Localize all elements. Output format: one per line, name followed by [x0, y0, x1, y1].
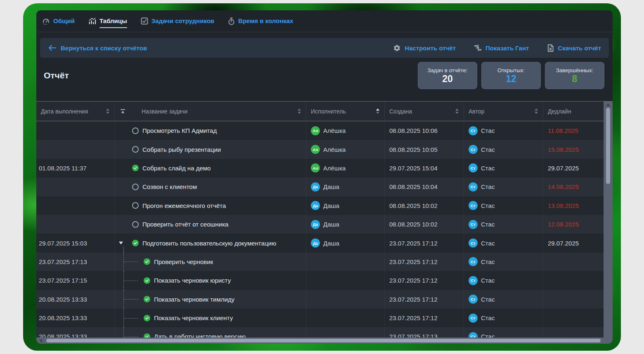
- task-title: Созвон с клиентом: [142, 183, 197, 190]
- person-name: Алёшка: [323, 127, 346, 134]
- table-row[interactable]: 20.08.2025 13:33Показать черновик клиент…: [36, 309, 613, 327]
- cell-completed-date: 20.08.2025 13:33: [36, 309, 115, 327]
- cell-deadline: [543, 253, 604, 271]
- cell-deadline: [543, 309, 604, 327]
- scroll-left-arrow-icon[interactable]: [40, 339, 42, 343]
- column-label: Создана: [389, 108, 412, 115]
- sort-arrows-icon: [535, 109, 538, 114]
- column-label: Исполнитель: [311, 108, 346, 115]
- table-row[interactable]: 20.08.2025 13:33Показать черновик тимлид…: [36, 290, 613, 309]
- avatar: Ст: [469, 314, 478, 323]
- page-title: Отчёт: [44, 71, 69, 80]
- person-name: Стас: [481, 127, 495, 134]
- report-header: Отчёт Задач в отчёте: 20 Открытых: 12 За…: [40, 62, 609, 89]
- vertical-scrollbar-thumb[interactable]: [606, 108, 610, 184]
- download-report-button[interactable]: Скачать отчёт: [547, 44, 601, 52]
- column-header-date[interactable]: Дата выполнения: [36, 101, 115, 121]
- cell-task: Собрать слайд на демо: [115, 159, 306, 177]
- table-row[interactable]: Проверить отчёт от сеошникаДаДаша08.08.2…: [36, 215, 613, 234]
- cell-completed-date: 23.07.2025 17:15: [36, 271, 115, 290]
- person-name: Стас: [481, 258, 495, 265]
- cell-completed-date: 20.08.2025 13:33: [36, 290, 115, 309]
- table-row[interactable]: 01.08.2025 11:37Собрать слайд на демоАлА…: [36, 159, 613, 177]
- task-title: Проверить отчёт от сеошника: [142, 221, 228, 228]
- table-row[interactable]: Созвон с клиентомДаДаша08.08.2025 10:04С…: [36, 177, 613, 196]
- table-row[interactable]: 23.07.2025 17:13Проверить черновик23.07.…: [36, 253, 613, 271]
- table-header: Дата выполнения Название задачи Исполнит…: [36, 101, 613, 121]
- cell-assignee: ДаДаша: [306, 196, 385, 215]
- task-title: Собрать рыбу презентации: [142, 146, 221, 153]
- tab-zadachi-sotrudnikov[interactable]: Задачи сотрудников: [141, 17, 214, 25]
- back-to-reports-link[interactable]: Вернуться к списку отчётов: [48, 45, 147, 52]
- sort-arrows-icon: [106, 109, 109, 114]
- cell-author: СтСтас: [464, 159, 543, 177]
- cell-completed-date: 29.07.2025 15:03: [36, 234, 115, 252]
- avatar: Да: [311, 182, 320, 191]
- cell-created: 23.07.2025 17:12: [385, 309, 464, 327]
- cell-deadline: 29.07.2025: [543, 159, 604, 177]
- table-row[interactable]: Прогон ежемесячного отчётаДаДаша08.08.20…: [36, 196, 613, 215]
- collapse-row-icon[interactable]: [119, 242, 123, 245]
- cell-author: СтСтас: [464, 215, 543, 234]
- avatar: Ал: [311, 145, 320, 154]
- tree-connector: [124, 318, 138, 319]
- cell-task: Показать черновик тимлиду: [115, 290, 306, 309]
- task-status-done-icon: [144, 258, 150, 265]
- person-name: Даша: [323, 221, 339, 228]
- task-title: Подготовить пользовательскую документаци…: [142, 240, 276, 247]
- app-window: Общий Таблицы Задачи сотрудников Время в…: [36, 10, 613, 344]
- avatar: Ст: [469, 201, 478, 210]
- cell-task: Проверить отчёт от сеошника: [115, 215, 306, 234]
- task-status-done-icon: [132, 165, 139, 171]
- column-header-author[interactable]: Автор: [464, 101, 543, 121]
- cell-deadline: 15.08.2025: [543, 140, 604, 158]
- column-header-deadline[interactable]: Дедлайн: [543, 101, 604, 121]
- horizontal-scrollbar-thumb[interactable]: [46, 339, 601, 342]
- avatar: Ст: [469, 163, 478, 172]
- stat-label: Задач в отчёте:: [427, 67, 468, 73]
- show-gantt-label: Показать Гант: [485, 45, 529, 52]
- tab-obshchiy[interactable]: Общий: [42, 17, 75, 25]
- stat-value-0: 20: [442, 74, 453, 84]
- tab-tablitsy[interactable]: Таблицы: [88, 17, 127, 25]
- horizontal-scrollbar[interactable]: [36, 337, 613, 344]
- person-name: Стас: [481, 314, 495, 321]
- table-row[interactable]: Собрать рыбу презентацииАлАлёшка08.08.20…: [36, 140, 613, 158]
- table-row[interactable]: Просмотреть КП АдмитадАлАлёшка08.08.2025…: [36, 121, 613, 140]
- cell-assignee: [306, 290, 385, 309]
- cell-completed-date: [36, 215, 115, 234]
- task-title: Проверить черновик: [154, 258, 213, 265]
- cell-deadline: [543, 290, 604, 309]
- cell-assignee: АлАлёшка: [306, 121, 385, 140]
- cell-completed-date: [36, 196, 115, 215]
- cell-task: Прогон ежемесячного отчёта: [115, 196, 306, 215]
- file-download-icon: [547, 44, 554, 52]
- cell-assignee: ДаДаша: [306, 177, 385, 196]
- collapse-all-icon[interactable]: [120, 109, 126, 114]
- column-label: Дата выполнения: [41, 108, 88, 115]
- cell-created: 23.07.2025 17:12: [385, 234, 464, 252]
- table-row[interactable]: 23.07.2025 17:15Показать черновик юристу…: [36, 271, 613, 290]
- scroll-up-arrow-icon[interactable]: [606, 104, 610, 106]
- cell-assignee: [306, 309, 385, 327]
- table-row[interactable]: 29.07.2025 15:03Подготовить пользователь…: [36, 234, 613, 252]
- configure-report-button[interactable]: Настроить отчёт: [393, 44, 456, 52]
- column-header-assignee[interactable]: Исполнитель: [306, 101, 385, 121]
- task-title: Показать черновик клиенту: [154, 314, 233, 321]
- column-header-created[interactable]: Создана: [385, 101, 464, 121]
- cell-completed-date: 01.08.2025 11:37: [36, 159, 115, 177]
- vertical-scrollbar[interactable]: [604, 101, 613, 337]
- tab-vremya-v-kolonkah[interactable]: Время в колонках: [228, 17, 293, 25]
- task-title: Показать черновик тимлиду: [154, 296, 234, 303]
- column-header-task[interactable]: Название задачи: [115, 101, 306, 121]
- tree-connector: [124, 281, 138, 281]
- avatar: Ст: [469, 126, 478, 135]
- task-status-done-icon: [132, 240, 139, 246]
- person-name: Стас: [481, 221, 495, 228]
- tab-label: Таблицы: [99, 17, 127, 24]
- cell-task: Созвон с клиентом: [115, 177, 306, 196]
- show-gantt-button[interactable]: Показать Гант: [474, 44, 529, 52]
- tab-label: Общий: [53, 17, 75, 24]
- task-title: Прогон ежемесячного отчёта: [142, 202, 226, 209]
- task-status-open-icon: [132, 127, 139, 134]
